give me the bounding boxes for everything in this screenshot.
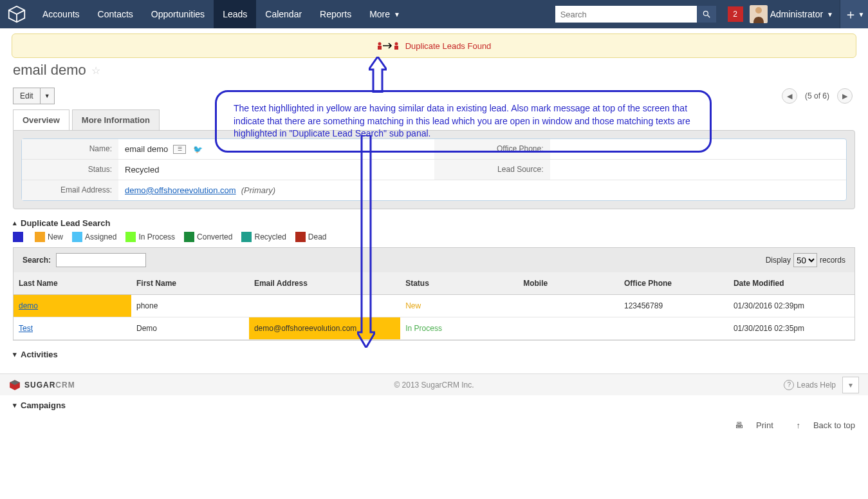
print-link[interactable]: 🖶Print — [725, 420, 773, 430]
legend-swatch — [72, 232, 82, 242]
svg-rect-8 — [394, 46, 398, 50]
cell-firstname: Demo — [131, 317, 249, 340]
nav-contacts[interactable]: Contacts — [89, 0, 142, 28]
cell-email: demo@offshoreevolution.com — [249, 317, 400, 340]
lastname-link[interactable]: Test — [19, 324, 33, 333]
avatar[interactable] — [750, 5, 768, 23]
svg-marker-9 — [369, 57, 387, 93]
display-select[interactable]: 50 — [793, 253, 817, 267]
expand-icon: ▾ — [13, 401, 17, 410]
vcard-icon[interactable]: ☰ — [173, 145, 186, 154]
nav-accounts[interactable]: Accounts — [33, 0, 89, 28]
collapse-icon: ▴ — [13, 219, 17, 227]
search-button[interactable] — [697, 6, 716, 23]
nav-more[interactable]: More▼ — [360, 0, 409, 28]
tab-more-info[interactable]: More Information — [72, 109, 160, 130]
column-header[interactable]: Email Address — [249, 272, 400, 295]
alert-text: Duplicate Leads Found — [405, 41, 492, 51]
column-header[interactable]: Office Phone — [619, 272, 728, 295]
edit-dropdown[interactable]: ▼ — [40, 88, 54, 104]
tab-overview[interactable]: Overview — [13, 109, 69, 130]
section-dup-label: Duplicate Lead Search — [21, 218, 110, 228]
cell-status: New — [400, 295, 518, 317]
favorite-star-icon[interactable]: ☆ — [91, 64, 100, 77]
legend-label: New — [48, 232, 63, 241]
email-primary-tag: (Primary) — [241, 185, 275, 195]
search-input[interactable] — [555, 6, 697, 23]
column-header[interactable]: First Name — [131, 272, 249, 295]
footer-expand-icon[interactable]: ▾ — [842, 377, 859, 393]
legend-item: Converted — [184, 232, 232, 242]
annotation-callout: The text highllighted in yellow are havi… — [215, 90, 712, 153]
help-icon: ? — [784, 380, 794, 390]
section-campaigns-label: Campaigns — [21, 400, 66, 410]
column-header[interactable]: Date Modified — [728, 272, 854, 295]
status-legend: NewAssignedIn ProcessConvertedRecycledDe… — [13, 232, 855, 242]
column-header[interactable]: Status — [400, 272, 518, 295]
records-label: records — [820, 256, 845, 265]
app-logo-icon[interactable] — [8, 5, 26, 23]
pager-text: (5 of 6) — [805, 91, 829, 100]
cell-status: In Process — [400, 317, 518, 340]
duplicate-table: Last NameFirst NameEmail AddressStatusMo… — [14, 272, 854, 340]
sugarcrm-logo: SUGARCRM — [9, 379, 75, 391]
user-menu[interactable]: Administrator▼ — [770, 9, 833, 19]
cell-modified: 01/30/2016 02:35pm — [728, 317, 854, 340]
nav-leads[interactable]: Leads — [214, 0, 256, 28]
cell-mobile — [518, 295, 619, 317]
cell-lastname: Test — [14, 317, 131, 340]
legend-swatch — [241, 232, 252, 242]
section-duplicate-lead-search[interactable]: ▴ Duplicate Lead Search — [13, 218, 855, 228]
record-pager: ◀ (5 of 6) ▶ — [779, 88, 855, 104]
nav-more-label: More — [369, 9, 390, 19]
chevron-down-icon: ▼ — [394, 11, 400, 18]
global-search — [555, 6, 716, 23]
page-title-row: email demo ☆ — [13, 62, 855, 79]
duplicate-subpanel: Search: Display 50 records Last NameFirs… — [13, 247, 855, 341]
legend-item: Recycled — [241, 232, 286, 242]
back-to-top-link[interactable]: ↑Back to top — [786, 420, 855, 430]
legend-item: New — [35, 232, 63, 242]
pager-next[interactable]: ▶ — [837, 88, 853, 104]
column-header[interactable]: Mobile — [518, 272, 619, 295]
section-activities-label: Activities — [21, 350, 58, 359]
sugar-cube-icon — [9, 379, 21, 391]
annotation-arrow-down-icon — [357, 135, 375, 348]
display-label: Display — [766, 256, 791, 265]
edit-button[interactable]: Edit — [14, 88, 40, 104]
email-link[interactable]: demo@offshoreevolution.com — [125, 185, 236, 195]
nav-calendar[interactable]: Calendar — [256, 0, 311, 28]
twitter-icon[interactable]: 🐦 — [191, 145, 204, 154]
table-row: TestDemodemo@offshoreevolution.comIn Pro… — [14, 317, 854, 340]
nav-opportunities[interactable]: Opportunities — [142, 0, 214, 28]
quick-create-button[interactable]: ＋▼ — [840, 0, 868, 28]
section-activities[interactable]: ▾ Activities — [13, 350, 855, 359]
svg-point-2 — [703, 11, 708, 15]
page-title: email demo — [13, 62, 86, 79]
duplicate-icon — [377, 40, 400, 52]
print-icon: 🖶 — [735, 420, 743, 430]
nav-reports[interactable]: Reports — [311, 0, 360, 28]
value-lead-source — [550, 160, 847, 180]
chevron-down-icon: ▼ — [827, 11, 833, 18]
label-name: Name: — [22, 139, 118, 159]
user-label: Administrator — [770, 9, 823, 19]
cell-firstname: phone — [131, 295, 249, 317]
value-status: Recycled — [118, 160, 434, 180]
legend-item — [13, 232, 26, 242]
legend-label: Recycled — [254, 232, 286, 241]
lastname-link[interactable]: demo — [19, 301, 38, 310]
callout-text: The text highllighted in yellow are havi… — [234, 103, 690, 138]
legend-item: Dead — [295, 232, 327, 242]
bottom-links: 🖶Print ↑Back to top — [13, 420, 855, 430]
legend-item: Assigned — [72, 232, 116, 242]
expand-icon: ▾ — [13, 350, 17, 359]
legend-item: In Process — [125, 232, 175, 242]
edit-split-button: Edit ▼ — [13, 88, 55, 104]
notification-badge[interactable]: 2 — [728, 6, 743, 22]
leads-help-link[interactable]: ? Leads Help — [784, 380, 836, 390]
pager-prev[interactable]: ◀ — [782, 88, 797, 104]
section-campaigns[interactable]: ▾ Campaigns — [13, 400, 855, 410]
column-header[interactable]: Last Name — [14, 272, 131, 295]
subpanel-search-input[interactable] — [56, 253, 146, 267]
